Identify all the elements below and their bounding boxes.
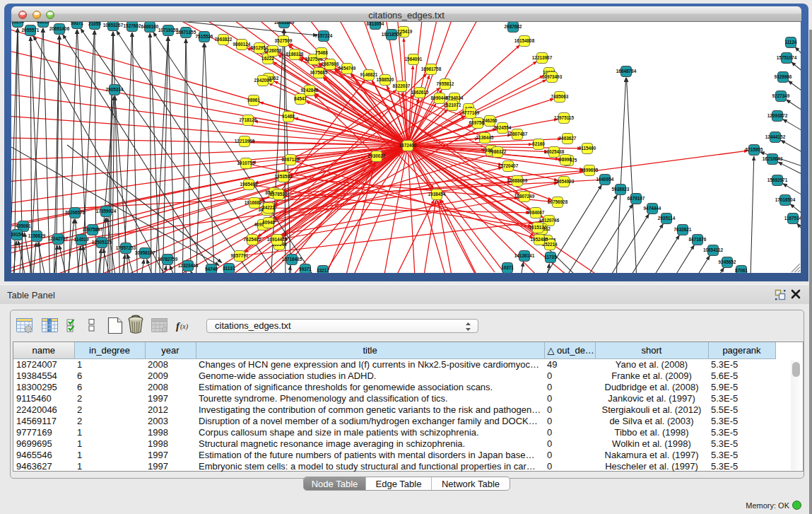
svg-text:8322037: 8322037 — [393, 83, 411, 88]
svg-text:16782759: 16782759 — [158, 257, 178, 262]
svg-text:10975867: 10975867 — [83, 227, 103, 232]
svg-text:12213969: 12213969 — [235, 139, 255, 144]
svg-text:2055571: 2055571 — [22, 28, 40, 33]
svg-text:7485063: 7485063 — [551, 94, 569, 99]
svg-text:18807249: 18807249 — [514, 194, 535, 199]
svg-text:1588520: 1588520 — [377, 77, 394, 82]
svg-text:1938454: 1938454 — [428, 192, 446, 197]
svg-text:2867608: 2867608 — [322, 62, 339, 66]
svg-text:15692971: 15692971 — [767, 177, 788, 182]
svg-text:9245652: 9245652 — [719, 259, 736, 264]
svg-text:84547: 84547 — [294, 96, 307, 101]
svg-text:1965493: 1965493 — [240, 182, 258, 187]
svg-text:7986322: 7986322 — [489, 149, 507, 154]
svg-text:16222: 16222 — [261, 56, 274, 61]
svg-text:17359924: 17359924 — [96, 209, 117, 214]
svg-text:1615132: 1615132 — [529, 225, 547, 230]
svg-text:2905334: 2905334 — [106, 87, 124, 92]
svg-text:9084067: 9084067 — [527, 210, 545, 215]
svg-text:9777169: 9777169 — [462, 110, 480, 115]
svg-text:7625402: 7625402 — [244, 237, 261, 242]
svg-text:2136445: 2136445 — [476, 135, 494, 140]
svg-text:12213967: 12213967 — [532, 55, 553, 60]
svg-text:(x): (x) — [180, 322, 189, 331]
svg-text:94746: 94746 — [205, 267, 218, 271]
svg-text:98961: 98961 — [247, 98, 260, 103]
svg-text:3527509: 3527509 — [275, 38, 293, 43]
svg-text:75468: 75468 — [315, 50, 328, 55]
svg-text:12323446: 12323446 — [178, 263, 199, 268]
svg-text:6466160: 6466160 — [141, 24, 159, 29]
svg-text:9146821: 9146821 — [360, 72, 378, 77]
svg-text:6879197: 6879197 — [628, 196, 645, 201]
svg-text:1564091: 1564091 — [405, 57, 423, 62]
svg-text:8471676: 8471676 — [689, 237, 707, 242]
svg-text:9115460: 9115460 — [579, 146, 596, 151]
svg-text:48613: 48613 — [37, 22, 49, 24]
svg-text:16648784: 16648784 — [616, 69, 637, 74]
svg-text:16961758: 16961758 — [421, 66, 442, 71]
svg-text:10688609: 10688609 — [507, 178, 528, 183]
svg-text:98996: 98996 — [559, 157, 572, 162]
svg-text:1353594: 1353594 — [275, 174, 293, 179]
svg-text:1640954: 1640954 — [596, 177, 614, 182]
svg-text:8186328: 8186328 — [286, 52, 304, 57]
svg-text:9227349: 9227349 — [772, 93, 790, 98]
svg-text:81131: 81131 — [223, 266, 235, 271]
svg-text:2342004: 2342004 — [254, 78, 272, 83]
svg-text:20206576: 20206576 — [65, 210, 86, 215]
svg-text:19166827: 19166827 — [245, 200, 265, 205]
svg-text:10756928: 10756928 — [548, 199, 568, 204]
svg-text:1872400: 1872400 — [399, 143, 417, 148]
svg-text:8813054: 8813054 — [367, 22, 384, 26]
svg-text:5938923: 5938923 — [612, 187, 630, 192]
svg-text:7955812: 7955812 — [437, 81, 454, 86]
svg-text:16154808: 16154808 — [514, 38, 535, 43]
svg-text:40948: 40948 — [262, 220, 275, 225]
svg-text:10653267: 10653267 — [103, 23, 124, 28]
svg-text:16033809: 16033809 — [274, 22, 295, 25]
svg-text:10973493: 10973493 — [542, 74, 563, 79]
svg-text:114519: 114519 — [74, 237, 89, 242]
svg-text:1156829: 1156829 — [28, 233, 46, 238]
svg-text:16671355: 16671355 — [176, 30, 196, 35]
svg-text:2687682: 2687682 — [505, 24, 522, 29]
svg-text:8267130: 8267130 — [282, 157, 300, 162]
svg-text:10654112: 10654112 — [703, 247, 724, 252]
svg-text:19654923: 19654923 — [554, 179, 575, 184]
svg-text:87061: 87061 — [735, 268, 748, 273]
svg-text:39154: 39154 — [11, 232, 23, 237]
svg-text:10025438: 10025438 — [544, 149, 565, 154]
svg-text:62160: 62160 — [532, 141, 545, 146]
svg-text:8578532: 8578532 — [270, 192, 288, 197]
svg-text:1952485: 1952485 — [531, 237, 548, 242]
svg-text:12975115: 12975115 — [554, 115, 575, 120]
svg-text:16914479: 16914479 — [267, 237, 288, 242]
svg-text:84222: 84222 — [262, 205, 275, 210]
svg-text:14136141: 14136141 — [514, 253, 535, 258]
svg-text:16210643: 16210643 — [763, 156, 783, 161]
svg-text:17016504: 17016504 — [775, 197, 796, 202]
svg-text:9329966: 9329966 — [775, 74, 792, 79]
svg-text:19218506: 19218506 — [382, 32, 402, 37]
svg-text:1167534: 1167534 — [784, 216, 801, 221]
svg-text:15751074: 15751074 — [777, 55, 797, 60]
svg-text:15294: 15294 — [11, 22, 24, 24]
svg-text:7663822: 7663822 — [215, 37, 233, 42]
svg-text:9860124: 9860124 — [233, 42, 251, 47]
svg-text:3624554: 3624554 — [494, 125, 512, 130]
svg-text:1527602: 1527602 — [124, 23, 141, 28]
svg-text:21055: 21055 — [88, 22, 101, 26]
svg-text:10371: 10371 — [501, 265, 514, 270]
svg-text:8215955: 8215955 — [746, 147, 763, 152]
svg-text:10958107: 10958107 — [135, 250, 155, 255]
svg-text:99371: 99371 — [299, 267, 312, 271]
svg-text:5226058: 5226058 — [264, 48, 282, 53]
svg-text:20691406: 20691406 — [49, 26, 70, 31]
svg-text:2718126: 2718126 — [240, 117, 257, 122]
svg-text:9463627: 9463627 — [559, 136, 577, 141]
svg-text:12444152: 12444152 — [765, 134, 786, 139]
svg-text:11124: 11124 — [784, 40, 797, 45]
svg-text:1621072: 1621072 — [444, 103, 461, 107]
svg-text:8454749: 8454749 — [339, 66, 356, 71]
